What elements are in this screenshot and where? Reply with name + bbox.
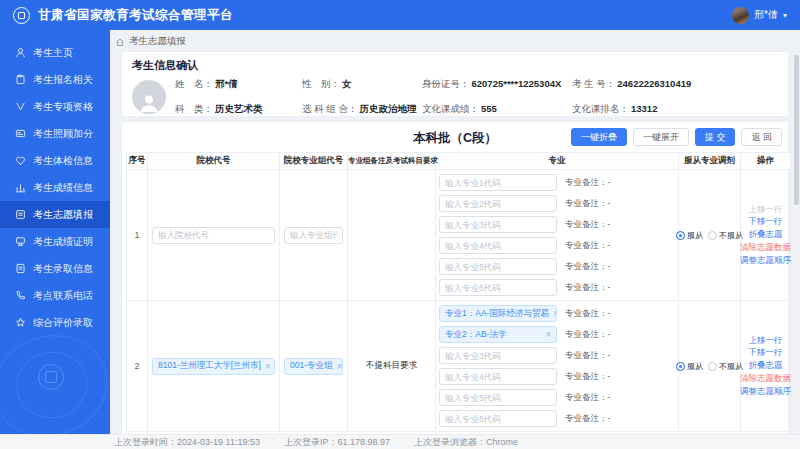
sidebar-item-home[interactable]: 考生主页 [0, 39, 110, 66]
row-actions: 上移一行下移一行折叠志愿清除志愿数据调整志愿顺序 [741, 336, 790, 397]
volunteer-table: 序号院校代号院校专业组代号专业组备注及考试科目要求专业服从专业调剂操作1专业备注… [126, 152, 791, 434]
submit-button[interactable]: 提 交 [695, 128, 736, 146]
sidebar-item-label: 考生成绩证明 [33, 235, 93, 249]
major-line: 专业备注：- [436, 345, 678, 366]
action-collapse-volunteer[interactable]: 折叠志愿 [749, 230, 783, 239]
major-1-chip[interactable]: 专业1：AA-国际经济与贸易× [439, 305, 557, 322]
action-adjust-volunteer-order[interactable]: 调整志愿顺序 [740, 256, 791, 265]
sidebar-item-site-phone[interactable]: 考点联系电话 [0, 282, 110, 309]
field-value: 邢*倩 [215, 78, 238, 89]
major-line: 专业备注：- [436, 256, 678, 277]
major-note: 专业备注：- [565, 198, 610, 210]
major-1-input[interactable] [439, 174, 557, 191]
chip-remove-icon[interactable]: × [553, 308, 557, 319]
sidebar-item-label: 考生照顾加分 [33, 127, 93, 141]
action-adjust-volunteer-order[interactable]: 调整志愿顺序 [740, 387, 791, 396]
radio-icon [676, 231, 685, 240]
app-title: 甘肃省国家教育考试综合管理平台 [38, 7, 233, 24]
major-6-input[interactable] [439, 410, 557, 427]
sidebar-item-physical-exam[interactable]: 考生体检信息 [0, 147, 110, 174]
action-clear-volunteer-data[interactable]: 清除志愿数据 [740, 243, 791, 252]
radio-label: 服从 [687, 361, 703, 372]
major-5-input[interactable] [439, 389, 557, 406]
expand-all-button[interactable]: 一键展开 [633, 128, 689, 146]
sidebar-item-admission[interactable]: 考生录取信息 [0, 255, 110, 282]
breadcrumb-label: 考生志愿填报 [129, 35, 186, 48]
user-menu[interactable]: 邢*倩 ▾ [732, 7, 787, 24]
action-move-down-row[interactable]: 下移一行 [749, 348, 783, 357]
major-5-input[interactable] [439, 258, 557, 275]
column-header: 操作 [741, 153, 791, 170]
action-collapse-volunteer[interactable]: 折叠志愿 [749, 361, 783, 370]
field-label: 文化课成绩： [422, 103, 479, 114]
person-icon [137, 90, 161, 114]
major-2-chip[interactable]: 专业2：AB-法学× [439, 326, 557, 343]
sidebar-item-registration[interactable]: 考生报名相关 [0, 66, 110, 93]
subject-requirement: 不提科目要求 [348, 301, 436, 432]
footer-status-bar: 上次登录时间：2024-03-19 11:19:53 上次登录IP：61.178… [0, 434, 800, 449]
action-clear-volunteer-data[interactable]: 清除志愿数据 [740, 374, 791, 383]
major-4-input[interactable] [439, 368, 557, 385]
chip-remove-icon[interactable]: × [337, 361, 343, 372]
group-code-chip[interactable]: 001-专业组× [284, 358, 343, 375]
chip-remove-icon[interactable]: × [265, 361, 271, 372]
obey-option-yes[interactable]: 服从 [676, 230, 703, 241]
field-value: 620725****1225304X [472, 78, 562, 89]
major-note: 专业备注：- [565, 261, 610, 273]
college-code-chip[interactable]: 8101-兰州理工大学[兰州市]× [152, 358, 275, 375]
sidebar-item-score-info[interactable]: 考生成绩信息 [0, 174, 110, 201]
obey-option-no[interactable]: 不服从 [708, 230, 743, 241]
last-login-browser: 上次登录浏览器：Chrome [414, 436, 518, 449]
idcard-icon [15, 128, 26, 139]
college-code-input[interactable] [152, 227, 275, 244]
column-header: 服从专业调剂 [679, 153, 741, 170]
chip-remove-icon[interactable]: × [545, 329, 551, 340]
college-code-value: 8101-兰州理工大学[兰州市] [158, 360, 261, 372]
field-label: 选 科 组 合： [302, 103, 357, 114]
obey-option-yes[interactable]: 服从 [676, 361, 703, 372]
sidebar-item-care-bonus[interactable]: 考生照顾加分 [0, 120, 110, 147]
home-icon[interactable] [115, 37, 125, 47]
major-note: 专业备注：- [565, 219, 610, 231]
major-6-input[interactable] [439, 279, 557, 296]
field-label: 姓 名： [175, 78, 213, 89]
major-note: 专业备注：- [565, 350, 610, 362]
main-content: 考生志愿填报 考生信息确认 姓 名：邢*倩性 别：女身份证号：620725***… [110, 30, 800, 434]
major-3-input[interactable] [439, 216, 557, 233]
major-line: 专业备注：- [436, 366, 678, 387]
obey-option-no[interactable]: 不服从 [708, 361, 743, 372]
action-move-down-row[interactable]: 下移一行 [749, 217, 783, 226]
info-field-subjects: 选 科 组 合：历史政治地理 [302, 103, 422, 116]
column-header: 院校代号 [148, 153, 280, 170]
major-note: 专业备注：- [565, 392, 610, 404]
health-icon [15, 155, 26, 166]
info-field-name: 姓 名：邢*倩 [175, 78, 302, 91]
sidebar-item-label: 考生报名相关 [33, 73, 93, 87]
sidebar-item-score-cert[interactable]: 考生成绩证明 [0, 228, 110, 255]
major-2-input[interactable] [439, 195, 557, 212]
back-button[interactable]: 返 回 [741, 128, 782, 146]
group-code-input[interactable] [284, 227, 343, 244]
scrollbar-thumb[interactable] [794, 55, 799, 205]
major-field [439, 347, 557, 364]
info-card-title: 考生信息确认 [132, 58, 778, 73]
last-login-ip: 上次登录IP：61.178.98.97 [284, 436, 390, 449]
sidebar-item-qualification[interactable]: 考生专项资格 [0, 93, 110, 120]
action-move-up-row[interactable]: 上移一行 [749, 336, 783, 345]
major-field [439, 258, 557, 275]
major-line: 专业2：AB-法学×专业备注：- [436, 324, 678, 345]
major-3-input[interactable] [439, 347, 557, 364]
collapse-all-button[interactable]: 一键折叠 [571, 128, 627, 146]
major-note: 专业备注：- [565, 240, 610, 252]
obey-radio-group: 服从不服从 [679, 361, 740, 372]
major-note: 专业备注：- [565, 371, 610, 383]
candidate-avatar [132, 80, 166, 114]
brand: 甘肃省国家教育考试综合管理平台 [13, 7, 233, 24]
sidebar-item-evaluation[interactable]: 综合评价录取 [0, 309, 110, 336]
major-1-value: 专业1：AA-国际经济与贸易 [445, 308, 549, 320]
major-4-input[interactable] [439, 237, 557, 254]
sidebar-item-volunteer[interactable]: 考生志愿填报 [0, 201, 110, 228]
sidebar-item-label: 考生录取信息 [33, 262, 93, 276]
field-value: 13312 [631, 103, 657, 114]
phone-icon [15, 290, 26, 301]
